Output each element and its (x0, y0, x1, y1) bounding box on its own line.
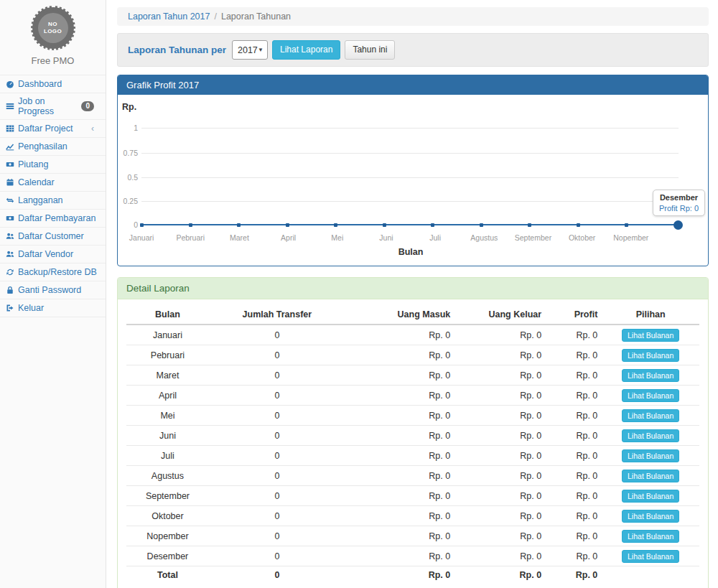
view-monthly-button[interactable]: Lihat Bulanan (622, 429, 679, 442)
table-row: Nopember 0 Rp. 0 Rp. 0 Rp. 0 Lihat Bulan… (126, 526, 699, 546)
sidebar-item-label: Keluar (18, 303, 44, 313)
sidebar-item-label: Daftar Pembayaran (18, 213, 95, 223)
sidebar-item-dashboard[interactable]: Dashboard (0, 75, 106, 93)
table-row: Desember 0 Rp. 0 Rp. 0 Rp. 0 Lihat Bulan… (126, 546, 699, 566)
breadcrumb-link-laporan-tahun[interactable]: Laporan Tahun 2017 (128, 11, 210, 22)
cell-uang-keluar: Rp. 0 (454, 345, 546, 365)
cell-bulan: Pebruari (126, 345, 209, 365)
x-tick-label: Maret (215, 233, 264, 242)
gridline (141, 177, 679, 178)
data-point[interactable] (189, 223, 192, 227)
sign-out-icon (6, 304, 14, 312)
cell-uang-masuk: Rp. 0 (345, 526, 454, 546)
detail-panel-title: Detail Laporan (118, 278, 708, 299)
job-count-badge: 0 (81, 101, 94, 111)
main-content: Laporan Tahun 2017/Laporan Tahunan Lapor… (106, 0, 718, 588)
sidebar-item-label: Daftar Project (18, 123, 73, 134)
data-point[interactable] (673, 220, 683, 230)
cell-uang-keluar: Rp. 0 (454, 506, 546, 526)
cell-profit: Rp. 0 (546, 546, 602, 566)
y-tick-label: 0 (118, 220, 138, 229)
table-header-row: Bulan Jumlah Transfer Uang Masuk Uang Ke… (126, 305, 699, 325)
data-point[interactable] (577, 223, 580, 227)
cell-jumlah-transfer: 0 (209, 386, 345, 406)
view-monthly-button[interactable]: Lihat Bulanan (622, 369, 679, 382)
cell-bulan: Nopember (126, 526, 209, 546)
users-icon (6, 232, 14, 241)
data-point[interactable] (383, 223, 386, 227)
view-monthly-button[interactable]: Lihat Bulanan (622, 550, 679, 563)
x-tick-label: Oktober (558, 233, 607, 242)
sidebar-item-backup-restore[interactable]: Backup/Restore DB (0, 263, 106, 281)
y-tick-label: 0.25 (118, 197, 138, 205)
data-point[interactable] (334, 223, 337, 227)
toolbar-label: Laporan Tahunan per (128, 45, 226, 55)
cell-jumlah-transfer: 0 (209, 406, 345, 426)
data-point[interactable] (625, 223, 628, 227)
sidebar-item-job-on-progress[interactable]: Job on Progress 0 (0, 93, 106, 119)
cell-bulan: Desember (126, 546, 209, 566)
view-report-button[interactable]: Lihat Laporan (272, 40, 340, 60)
cell-bulan: Juni (126, 426, 209, 446)
view-monthly-button[interactable]: Lihat Bulanan (622, 349, 679, 362)
tooltip-value: Profit Rp: 0 (659, 204, 699, 213)
view-monthly-button[interactable]: Lihat Bulanan (622, 510, 679, 523)
sidebar-item-penghasilan[interactable]: Penghasilan (0, 138, 106, 155)
tasks-icon (6, 102, 14, 111)
view-monthly-button[interactable]: Lihat Bulanan (622, 470, 679, 482)
sidebar-item-ganti-password[interactable]: Ganti Password (0, 281, 106, 299)
x-tick-label: September (508, 233, 557, 242)
x-axis-labels: JanuariPebruariMaretAprilMeiJuniJuliAgus… (117, 233, 704, 242)
no-logo-text: NO LOGO (38, 13, 68, 43)
table-row: Januari 0 Rp. 0 Rp. 0 Rp. 0 Lihat Bulana… (126, 325, 699, 345)
data-point[interactable] (237, 223, 241, 227)
cell-uang-keluar: Rp. 0 (454, 526, 546, 546)
cell-jumlah-transfer: 0 (209, 506, 345, 526)
total-pilihan-empty (602, 566, 699, 584)
cell-profit: Rp. 0 (546, 446, 602, 466)
logo-area: NO LOGO Free PMO (0, 0, 106, 70)
cell-bulan: Agustus (126, 466, 209, 486)
sidebar-item-label: Ganti Password (18, 285, 81, 295)
sidebar-item-langganan[interactable]: Langganan (0, 192, 106, 209)
sidebar-item-daftar-customer[interactable]: Daftar Customer (0, 228, 106, 245)
x-tick-label: Nopember (607, 233, 656, 242)
total-uang-keluar: Rp. 0 (454, 566, 546, 584)
users-icon (6, 250, 14, 258)
table-row: Pebruari 0 Rp. 0 Rp. 0 Rp. 0 Lihat Bulan… (126, 345, 699, 365)
table-row: Mei 0 Rp. 0 Rp. 0 Rp. 0 Lihat Bulanan (126, 406, 699, 426)
x-tick-label: Agustus (460, 233, 508, 242)
sidebar-item-daftar-project[interactable]: Daftar Project ‹ (0, 120, 106, 137)
data-point[interactable] (140, 223, 144, 227)
cell-bulan: Maret (126, 365, 209, 386)
data-point[interactable] (480, 223, 483, 227)
this-year-button[interactable]: Tahun ini (345, 40, 395, 60)
cell-uang-keluar: Rp. 0 (454, 546, 546, 566)
profit-chart-panel: Grafik Profit 2017 Rp. 1 0.75 0.5 0.25 0… (117, 75, 709, 266)
table-icon (6, 124, 14, 133)
view-monthly-button[interactable]: Lihat Bulanan (622, 530, 679, 543)
data-point[interactable] (286, 223, 289, 227)
y-tick-label: 0.75 (118, 149, 138, 157)
dashboard-icon (6, 80, 14, 88)
sidebar-item-piutang[interactable]: Piutang (0, 156, 106, 173)
cell-uang-masuk: Rp. 0 (345, 325, 454, 345)
sidebar-item-daftar-pembayaran[interactable]: Daftar Pembayaran (0, 210, 106, 227)
data-point[interactable] (431, 223, 434, 227)
view-monthly-button[interactable]: Lihat Bulanan (622, 389, 679, 402)
profit-line-chart: Rp. 1 0.75 0.5 0.25 0 JanuariPebruariMar… (118, 95, 708, 266)
cell-profit: Rp. 0 (546, 466, 602, 486)
sidebar-item-daftar-vendor[interactable]: Daftar Vendor (0, 246, 106, 263)
view-monthly-button[interactable]: Lihat Bulanan (622, 490, 679, 503)
sidebar-item-keluar[interactable]: Keluar (0, 299, 106, 317)
view-monthly-button[interactable]: Lihat Bulanan (622, 449, 679, 462)
cell-bulan: September (126, 486, 209, 506)
sidebar-item-label: Langganan (18, 195, 63, 205)
data-point[interactable] (528, 223, 531, 227)
view-monthly-button[interactable]: Lihat Bulanan (622, 329, 679, 342)
sidebar-item-calendar[interactable]: Calendar (0, 174, 106, 191)
money-icon (6, 214, 14, 223)
view-monthly-button[interactable]: Lihat Bulanan (622, 409, 679, 422)
year-select[interactable]: 2017 ▼ (232, 40, 268, 60)
x-tick-label: Mei (313, 233, 362, 242)
